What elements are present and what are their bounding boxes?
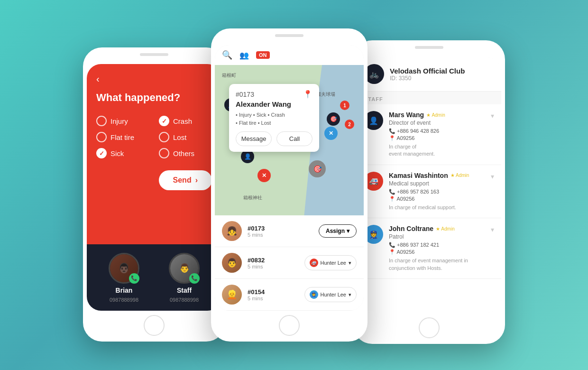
map-toolbar: 🔍 👥 ON bbox=[215, 45, 364, 65]
option-others-label: Others bbox=[173, 149, 194, 157]
radio-sick[interactable] bbox=[96, 148, 107, 158]
staff-phone: 0987888998 bbox=[170, 297, 199, 303]
assign-button-0173[interactable]: Assign ▾ bbox=[319, 224, 357, 238]
staff-role-kamasi: Medical support bbox=[389, 180, 485, 187]
staff-item-kamasi: 🚑 Kamasi Washinton ★ Admin Medical suppo… bbox=[357, 165, 501, 218]
marker-red-1[interactable]: ✕ bbox=[257, 169, 271, 182]
marker-number-2[interactable]: 2 bbox=[345, 120, 354, 129]
avatar-brian-container: 👨🏿 📞 bbox=[109, 253, 139, 284]
option-crash-label: Crash bbox=[173, 117, 192, 125]
radio-lost[interactable] bbox=[159, 132, 169, 142]
contact-brian: 👨🏿 📞 Brian 0987888998 bbox=[109, 253, 139, 303]
org-info: Velodash Official Club ID: 3350 bbox=[390, 67, 465, 82]
assigned-button-0832[interactable]: 🚑 Hunter Lee ▾ bbox=[304, 255, 357, 270]
popup-tags: • Injury • Sick • Crash• Flat tire • Los… bbox=[236, 111, 312, 127]
staff-item-john: 👮 John Coltrane ★ Admin Patrol 📞 +886 93… bbox=[357, 218, 501, 279]
option-flat-tire[interactable]: Flat tire bbox=[96, 132, 149, 142]
avatar-0832: 👨 bbox=[222, 253, 242, 273]
assign-chevron-icon: ▾ bbox=[347, 228, 349, 234]
staff-info-john: John Coltrane ★ Admin Patrol 📞 +886 937 … bbox=[389, 225, 485, 272]
option-crash[interactable]: Crash bbox=[159, 116, 212, 126]
option-injury[interactable]: Injury bbox=[96, 116, 149, 126]
avatar-staff-container: 👨 📞 bbox=[169, 253, 200, 284]
staff-phone-kamasi: 📞 +886 957 826 163 bbox=[389, 189, 485, 195]
popup-id-row: #0173 📍 bbox=[236, 90, 312, 99]
option-flat-tire-label: Flat tire bbox=[110, 133, 134, 141]
brian-phone: 0987888998 bbox=[110, 297, 138, 303]
org-name: Velodash Official Club bbox=[390, 67, 465, 75]
popup-message-button[interactable]: Message bbox=[236, 131, 272, 146]
assigned-button-0154[interactable]: 👮 Hunter Lee ▾ bbox=[304, 287, 357, 302]
chevron-mars[interactable]: ▾ bbox=[491, 112, 494, 120]
dark-section: 👨🏿 📞 Brian 0987888998 👨 📞 Staff 09878889… bbox=[87, 244, 221, 311]
incident-id-0173: #0173 bbox=[248, 225, 313, 232]
incident-item-0173: 👧 #0173 5 mins Assign ▾ bbox=[215, 215, 364, 247]
assigned-icon-red: 🚑 bbox=[310, 259, 318, 267]
marker-3[interactable]: ✕ bbox=[324, 127, 338, 140]
assigned-chevron-icon: ▾ bbox=[349, 260, 351, 266]
radio-injury[interactable] bbox=[96, 116, 107, 126]
staff-name-row-kamasi: Kamasi Washinton ★ Admin bbox=[389, 172, 485, 179]
option-injury-label: Injury bbox=[110, 117, 128, 125]
staff-name-mars: Mars Wang bbox=[389, 111, 424, 119]
wifi-on-badge: ON bbox=[256, 51, 270, 59]
chevron-kamasi[interactable]: ▾ bbox=[491, 173, 494, 180]
staff-badge-kamasi: ★ Admin bbox=[450, 173, 469, 178]
back-button[interactable]: ‹ bbox=[96, 74, 212, 84]
incident-list: 👧 #0173 5 mins Assign ▾ 👨 #0832 5 mins bbox=[215, 215, 364, 311]
assign-label: Assign bbox=[326, 228, 345, 234]
radio-others[interactable] bbox=[159, 148, 169, 158]
staff-desc-kamasi: In charge of medical support. bbox=[389, 204, 485, 211]
option-sick[interactable]: Sick bbox=[96, 148, 149, 158]
incident-time-0832: 5 mins bbox=[248, 264, 299, 269]
assigned-name-0154: Hunter Lee bbox=[321, 292, 346, 297]
map-area[interactable]: 箱根町 高麗夫球場 箱根神社 👤 🧑 ✕ 🎯 1 2 ✕ 👤 🎯 #0173 📍… bbox=[215, 65, 364, 215]
locate-icon[interactable]: 🎯 bbox=[309, 160, 326, 177]
staff-name-row-john: John Coltrane ★ Admin bbox=[389, 225, 485, 232]
popup-actions: Message Call bbox=[236, 131, 312, 146]
staff-location-mars: 📍 A09256 bbox=[389, 135, 485, 141]
radio-flat-tire[interactable] bbox=[96, 132, 107, 142]
phone-3: 🚲 Velodash Official Club ID: 3350 STAFF … bbox=[353, 40, 505, 344]
phone-screen-1: ‹ What happened? Injury Crash Flat tire bbox=[87, 64, 221, 311]
staff-call-badge[interactable]: 📞 bbox=[189, 273, 200, 284]
group-icon[interactable]: 👥 bbox=[239, 51, 249, 60]
staff-list: 👤 Mars Wang ★ Admin Director of event 📞 … bbox=[357, 104, 501, 313]
marker-4[interactable]: 🎯 bbox=[327, 112, 340, 126]
popup-person-name: Alexander Wang bbox=[236, 100, 312, 108]
red-section: ‹ What happened? Injury Crash Flat tire bbox=[87, 64, 221, 244]
assigned-icon-blue: 👮 bbox=[310, 290, 318, 299]
incident-info-0173: #0173 5 mins bbox=[248, 225, 313, 238]
staff-badge-john: ★ Admin bbox=[436, 226, 455, 231]
incident-id-0832: #0832 bbox=[248, 257, 299, 264]
incident-info-0154: #0154 5 mins bbox=[248, 288, 299, 301]
assigned-name-0832: Hunter Lee bbox=[321, 260, 346, 266]
search-icon[interactable]: 🔍 bbox=[222, 50, 232, 60]
send-label: Send bbox=[173, 176, 192, 185]
phone-screen-3: 🚲 Velodash Official Club ID: 3350 STAFF … bbox=[357, 57, 501, 313]
send-button[interactable]: Send › bbox=[159, 170, 212, 190]
brian-name: Brian bbox=[116, 287, 133, 294]
option-lost-label: Lost bbox=[173, 133, 186, 141]
staff-info-kamasi: Kamasi Washinton ★ Admin Medical support… bbox=[389, 172, 485, 211]
brian-call-badge[interactable]: 📞 bbox=[129, 273, 139, 284]
phone-1: ‹ What happened? Injury Crash Flat tire bbox=[83, 47, 225, 342]
option-lost[interactable]: Lost bbox=[159, 132, 212, 142]
map-popup: #0173 📍 Alexander Wang • Injury • Sick •… bbox=[229, 84, 319, 152]
options-grid: Injury Crash Flat tire Lost bbox=[96, 116, 212, 158]
send-arrow-icon: › bbox=[195, 176, 198, 185]
avatar-0154: 👱 bbox=[222, 285, 242, 305]
staff-phone-mars: 📞 +886 946 428 826 bbox=[389, 128, 485, 134]
radio-crash[interactable] bbox=[159, 116, 169, 126]
phone-2: 🔍 👥 ON 箱根町 高麗夫球場 箱根神社 👤 🧑 ✕ 🎯 1 2 ✕ 👤 🎯 bbox=[211, 28, 368, 342]
staff-name-kamasi: Kamasi Washinton bbox=[389, 172, 448, 179]
option-others[interactable]: Others bbox=[159, 148, 212, 158]
incident-info-0832: #0832 5 mins bbox=[248, 257, 299, 269]
staff-item-mars: 👤 Mars Wang ★ Admin Director of event 📞 … bbox=[357, 104, 501, 165]
marker-person[interactable]: 👤 bbox=[241, 150, 254, 163]
chevron-john[interactable]: ▾ bbox=[491, 226, 494, 233]
marker-number-1[interactable]: 1 bbox=[340, 101, 349, 110]
staff-role-mars: Director of event bbox=[389, 120, 485, 126]
popup-call-button[interactable]: Call bbox=[276, 131, 312, 146]
staff-name-row-mars: Mars Wang ★ Admin bbox=[389, 111, 485, 119]
